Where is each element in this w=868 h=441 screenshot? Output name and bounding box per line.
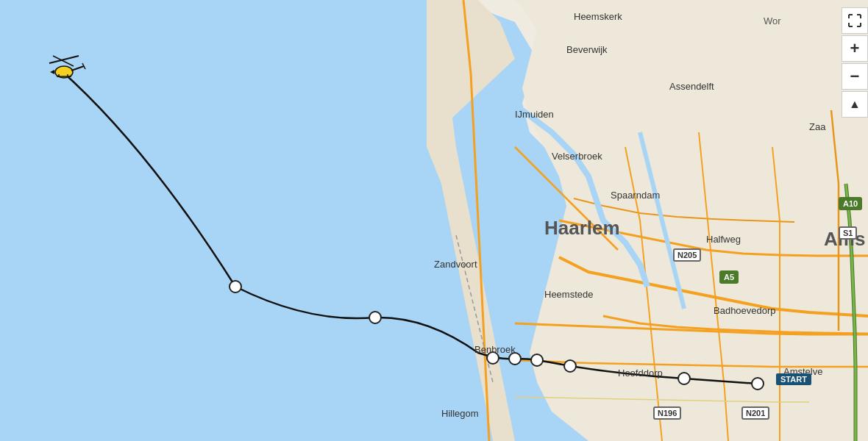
map-controls: + − ▲ [842, 7, 868, 118]
road-s1: S1 [839, 226, 857, 240]
road-n205: N205 [673, 248, 701, 262]
compass-button[interactable]: ▲ [842, 91, 868, 118]
zoom-in-button[interactable]: + [842, 35, 868, 62]
expand-button[interactable] [842, 7, 868, 34]
map-container: Heemskerk Beverwijk Assendelft IJmuiden … [0, 0, 868, 441]
start-badge: START [776, 373, 811, 385]
road-n201: N201 [741, 406, 769, 420]
wor-label: Wor [764, 15, 781, 26]
road-a10: A10 [839, 197, 862, 210]
road-a5: A5 [719, 270, 739, 284]
svg-marker-3 [515, 0, 868, 441]
road-n196: N196 [653, 406, 681, 420]
zoom-out-button[interactable]: − [842, 63, 868, 90]
